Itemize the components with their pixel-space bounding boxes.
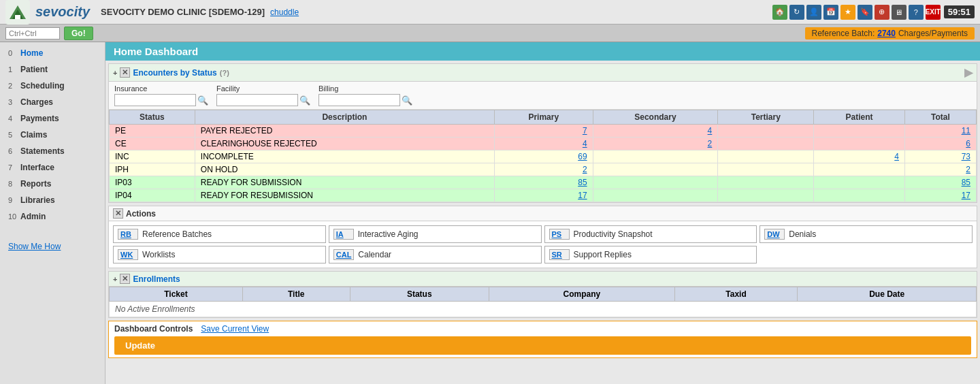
cell-description: READY FOR RESUBMISSION <box>195 189 494 202</box>
cell-tertiary <box>718 176 814 189</box>
cell-total[interactable]: 11 <box>904 125 976 138</box>
sidebar-item-charges[interactable]: 3 Charges <box>0 94 105 110</box>
sidebar-label-admin: Admin <box>20 212 46 221</box>
cell-patient <box>814 163 905 176</box>
enroll-col-duedate: Due Date <box>798 287 977 302</box>
show-me-how-link[interactable]: Show Me How <box>0 238 105 255</box>
sidebar-label-interface: Interface <box>20 163 54 172</box>
sidebar-item-home[interactable]: 0 Home <box>0 45 105 61</box>
cell-patient[interactable]: 4 <box>814 150 905 163</box>
cell-secondary[interactable]: 2 <box>593 138 718 150</box>
sidebar-num-payments: 4 <box>8 114 18 123</box>
cell-patient <box>814 125 905 138</box>
encounters-table: Status Description Primary Secondary Ter… <box>109 110 977 202</box>
cell-primary[interactable]: 85 <box>494 176 593 189</box>
enrollments-expand-icon[interactable]: + <box>113 275 117 283</box>
encounters-close-icon[interactable]: ✕ <box>120 67 130 78</box>
user-link[interactable]: chuddle <box>270 7 299 17</box>
sidebar-num-scheduling: 2 <box>8 82 18 90</box>
action-dw-button[interactable]: DW Denials <box>760 225 973 243</box>
cell-total[interactable]: 85 <box>904 176 976 189</box>
cell-primary[interactable]: 4 <box>494 138 593 150</box>
cell-primary[interactable]: 17 <box>494 189 593 202</box>
sidebar-item-payments[interactable]: 4 Payments <box>0 110 105 127</box>
sidebar-num-statements: 6 <box>8 147 18 155</box>
refresh-icon[interactable]: ↻ <box>789 5 804 20</box>
cell-total[interactable]: 17 <box>904 189 976 202</box>
facility-filter-input[interactable] <box>216 94 298 106</box>
sidebar-num-interface: 7 <box>8 163 18 172</box>
cell-total[interactable]: 73 <box>904 150 976 163</box>
cell-primary[interactable]: 2 <box>494 163 593 176</box>
encounters-expand-icon[interactable]: + <box>113 69 117 77</box>
star-icon[interactable]: ★ <box>840 5 855 20</box>
enrollments-close-icon[interactable]: ✕ <box>120 274 130 284</box>
cell-status: CE <box>110 138 195 150</box>
user-icon[interactable]: 👤 <box>806 5 821 20</box>
calendar-icon[interactable]: 📅 <box>823 5 838 20</box>
insurance-filter-label: Insurance <box>114 84 208 93</box>
insurance-filter-input[interactable] <box>114 94 196 106</box>
dc-title: Dashboard Controls <box>114 324 193 334</box>
monitor-icon[interactable]: 🖥 <box>892 5 906 20</box>
action-cal-button[interactable]: CAL Calendar <box>329 246 542 263</box>
cell-primary[interactable]: 69 <box>494 150 593 163</box>
cell-secondary[interactable]: 4 <box>593 125 718 138</box>
billing-search-button[interactable]: 🔍 <box>402 95 412 106</box>
shortcut-input[interactable] <box>5 27 60 39</box>
update-button[interactable]: Update <box>114 336 971 355</box>
action-ia-button[interactable]: IA Interactive Aging <box>329 225 542 243</box>
dc-save-link[interactable]: Save Current View <box>201 324 269 334</box>
sidebar-num-patient: 1 <box>8 65 18 74</box>
action-sr-button[interactable]: SR Support Replies <box>544 246 757 263</box>
sidebar-label-statements: Statements <box>20 146 65 156</box>
insurance-search-button[interactable]: 🔍 <box>197 95 208 106</box>
help-icon[interactable]: ⊕ <box>875 5 889 20</box>
action-rb-button[interactable]: RB Reference Batches <box>113 225 326 243</box>
cell-status: IP04 <box>110 189 195 202</box>
action-wk-label: Worklists <box>142 250 175 259</box>
cell-patient <box>814 176 905 189</box>
cell-total[interactable]: 6 <box>904 138 976 150</box>
home-icon[interactable]: 🏠 <box>772 5 787 20</box>
sidebar-item-statements[interactable]: 6 Statements <box>0 143 105 159</box>
question-icon[interactable]: ? <box>909 5 924 20</box>
action-dw-label: Denials <box>789 229 816 239</box>
cell-tertiary <box>718 150 814 163</box>
sidebar-item-patient[interactable]: 1 Patient <box>0 61 105 78</box>
encounters-help[interactable]: (?) <box>220 69 229 77</box>
action-ps-button[interactable]: PS Productivity Snapshot <box>544 225 757 243</box>
sidebar-item-libraries[interactable]: 9 Libraries <box>0 192 105 208</box>
actions-section: ✕ Actions RB Reference Batches IA Intera… <box>108 206 977 268</box>
exit-icon[interactable]: EXIT <box>926 5 941 20</box>
second-bar: Go! Reference Batch: 2740 Charges/Paymen… <box>0 25 980 42</box>
actions-grid: RB Reference Batches IA Interactive Agin… <box>109 221 977 268</box>
enrollments-table: Ticket Title Status Company Taxid Due Da… <box>109 287 977 317</box>
sidebar-item-claims[interactable]: 5 Claims <box>0 127 105 143</box>
bookmark-icon[interactable]: 🔖 <box>858 5 872 20</box>
billing-filter-group: Billing 🔍 <box>318 84 412 106</box>
sidebar-item-interface[interactable]: 7 Interface <box>0 159 105 176</box>
cell-description: INCOMPLETE <box>195 150 494 163</box>
enrollments-empty-message: No Active Enrollments <box>110 302 977 317</box>
actions-title: Actions <box>126 209 156 219</box>
actions-close-icon[interactable]: ✕ <box>113 208 123 219</box>
sidebar-item-admin[interactable]: 10 Admin <box>0 208 105 225</box>
billing-filter-input[interactable] <box>318 94 400 106</box>
ref-batch-number[interactable]: 2740 <box>877 29 896 38</box>
facility-filter-group: Facility 🔍 <box>216 84 310 106</box>
action-wk-button[interactable]: WK Worklists <box>113 246 326 263</box>
action-ps-label: Productivity Snapshot <box>574 229 653 239</box>
sidebar-item-scheduling[interactable]: 2 Scheduling <box>0 78 105 94</box>
cell-primary[interactable]: 7 <box>494 125 593 138</box>
col-description: Description <box>195 110 494 125</box>
go-button[interactable]: Go! <box>64 27 93 40</box>
cell-tertiary <box>718 125 814 138</box>
sidebar-item-reports[interactable]: 8 Reports <box>0 176 105 192</box>
facility-search-button[interactable]: 🔍 <box>299 95 310 106</box>
clinic-name: SEVOCITY DEMO CLINIC [SDEMO-129] <box>101 7 265 17</box>
sidebar-label-libraries: Libraries <box>20 195 55 205</box>
cell-total[interactable]: 2 <box>904 163 976 176</box>
logo-icon <box>5 0 30 25</box>
scroll-right-icon[interactable]: ▶ <box>964 66 973 79</box>
